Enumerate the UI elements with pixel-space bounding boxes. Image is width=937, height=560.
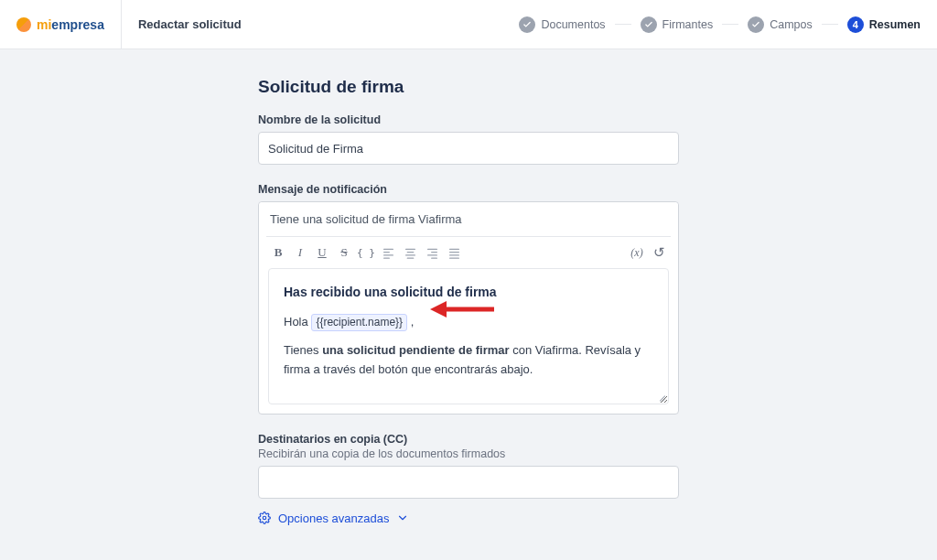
page-title: Redactar solicitud <box>138 17 242 31</box>
italic-button[interactable]: I <box>290 242 310 263</box>
align-left-button[interactable] <box>378 242 398 263</box>
message-label: Mensaje de notificación <box>258 183 679 196</box>
body-heading: Has recibido una solicitud de firma <box>284 282 653 302</box>
editor-toolbar: B I U S { } <box>259 237 678 268</box>
step-documentos[interactable]: Documentos <box>519 16 605 33</box>
code-button[interactable]: { } <box>356 242 376 263</box>
step-campos[interactable]: Campos <box>748 16 813 33</box>
message-subject-row <box>259 202 678 236</box>
check-icon <box>641 16 657 33</box>
message-subject-input[interactable] <box>259 202 678 235</box>
form-heading: Solicitud de firma <box>258 77 679 97</box>
align-right-button[interactable] <box>422 242 442 263</box>
message-body-editor[interactable]: Has recibido una solicitud de firma Hola… <box>268 268 669 404</box>
message-group: Mensaje de notificación B I U S { } <box>258 183 679 415</box>
top-bar: miempresa Redactar solicitud Documentos … <box>0 0 937 49</box>
recipient-name-variable-chip[interactable]: {{recipient.name}} <box>311 314 407 331</box>
body-comma: , <box>411 315 415 328</box>
request-name-input[interactable] <box>258 132 679 165</box>
request-name-group: Nombre de la solicitud <box>258 113 679 165</box>
cc-group: Destinatarios en copia (CC) Recibirán un… <box>258 433 679 499</box>
strike-button[interactable]: S <box>334 242 354 263</box>
insert-variable-button[interactable]: (x) <box>627 242 647 263</box>
step-firmantes[interactable]: Firmantes <box>641 16 714 33</box>
logo-mark-icon <box>16 17 31 32</box>
advanced-options-label: Opciones avanzadas <box>278 512 389 525</box>
gear-icon <box>258 512 271 524</box>
brand-logo[interactable]: miempresa <box>16 17 104 32</box>
underline-button[interactable]: U <box>312 242 332 263</box>
step-separator <box>822 24 838 25</box>
logo-text-rest: empresa <box>51 17 104 32</box>
content-area: Solicitud de firma Nombre de la solicitu… <box>0 49 937 553</box>
check-icon <box>748 16 764 33</box>
cc-label: Destinatarios en copia (CC) <box>258 433 679 446</box>
request-name-label: Nombre de la solicitud <box>258 113 679 126</box>
cc-sublabel: Recibirán una copia de los documentos fi… <box>258 447 679 460</box>
step-resumen[interactable]: 4 Resumen <box>847 16 921 33</box>
message-editor: B I U S { } <box>258 201 679 415</box>
logo-text-accent: mi <box>37 17 51 32</box>
step-number-icon: 4 <box>847 16 864 33</box>
bold-button[interactable]: B <box>268 242 288 263</box>
check-icon <box>519 16 535 33</box>
step-separator <box>722 24 738 25</box>
step-label: Campos <box>770 18 813 31</box>
advanced-options-toggle[interactable]: Opciones avanzadas <box>258 512 679 525</box>
svg-point-2 <box>263 517 266 521</box>
body-hello: Hola <box>284 315 308 328</box>
step-label: Documentos <box>541 18 605 31</box>
align-center-button[interactable] <box>400 242 420 263</box>
body-paragraph: Tienes una solicitud pendiente de firmar… <box>284 341 653 380</box>
form-column: Solicitud de firma Nombre de la solicitu… <box>258 77 679 525</box>
body-greeting-line: Hola {{recipient.name}} , <box>284 313 653 332</box>
step-label: Resumen <box>869 18 921 31</box>
stepper: Documentos Firmantes Campos 4 Resumen <box>519 16 921 33</box>
step-separator <box>615 24 631 25</box>
step-label: Firmantes <box>662 18 714 31</box>
resize-handle-icon[interactable] <box>657 393 666 402</box>
align-justify-button[interactable] <box>444 242 464 263</box>
cc-input[interactable] <box>258 466 679 499</box>
undo-button[interactable]: ↺ <box>649 242 669 263</box>
divider <box>121 0 122 49</box>
chevron-down-icon <box>396 512 409 524</box>
